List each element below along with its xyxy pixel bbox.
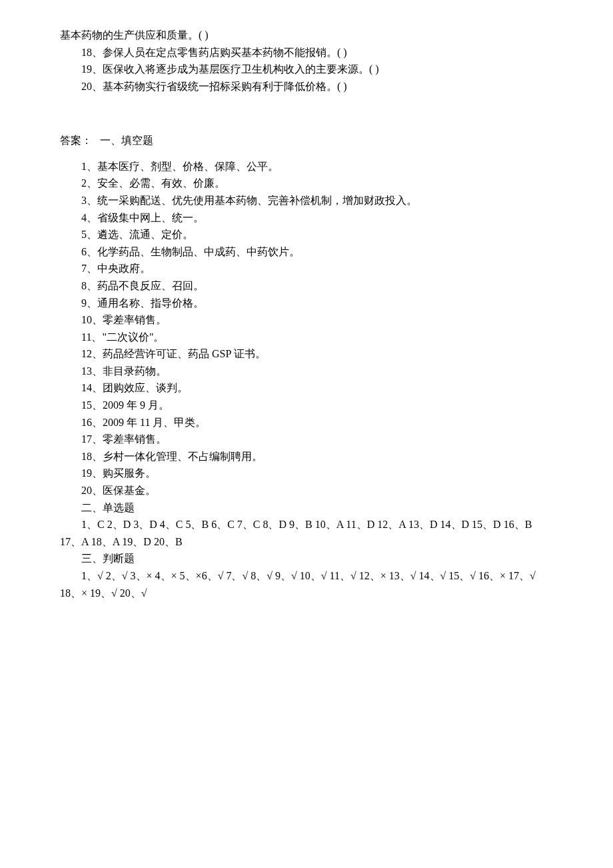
judge-answers-line2: 18、× 19、√ 20、√ [60, 585, 553, 602]
fill-answer-14: 14、团购效应、谈判。 [60, 379, 553, 397]
fill-answer-10: 10、零差率销售。 [60, 311, 553, 329]
fill-answer-12: 12、药品经营许可证、药品 GSP 证书。 [60, 345, 553, 363]
single-choice-answers-line1: 1、C 2、D 3、D 4、C 5、B 6、C 7、C 8、D 9、B 10、A… [60, 516, 553, 533]
document-page: 基本药物的生产供应和质量。( ) 18、参保人员在定点零售药店购买基本药物不能报… [0, 0, 613, 868]
fill-answer-13: 13、非目录药物。 [60, 363, 553, 380]
fill-answer-17: 17、零差率销售。 [60, 431, 553, 448]
fill-answer-4: 4、省级集中网上、统一。 [60, 209, 553, 227]
fill-answer-20: 20、医保基金。 [60, 482, 553, 499]
question-20: 20、基本药物实行省级统一招标采购有利于降低价格。( ) [60, 78, 553, 95]
single-choice-answers-line2: 17、A 18、A 19、D 20、B [60, 533, 553, 551]
question-19: 19、医保收入将逐步成为基层医疗卫生机构收入的主要来源。( ) [60, 61, 553, 78]
fill-answer-3: 3、统一采购配送、优先使用基本药物、完善补偿机制，增加财政投入。 [60, 192, 553, 209]
fill-answer-9: 9、通用名称、指导价格。 [60, 295, 553, 312]
fill-answer-5: 5、遴选、流通、定价。 [60, 226, 553, 243]
fill-answer-11: 11、"二次议价"。 [60, 329, 553, 346]
fill-answer-7: 7、中央政府。 [60, 260, 553, 277]
answers-heading: 答案： 一、填空题 [60, 132, 553, 149]
section-3-title: 三、判断题 [60, 550, 553, 567]
judge-answers-line1: 1、√ 2、√ 3、× 4、× 5、×6、√ 7、√ 8、√ 9、√ 10、√ … [60, 567, 553, 585]
fill-answer-19: 19、购买服务。 [60, 465, 553, 482]
answers-label: 答案： [60, 135, 92, 146]
fill-answer-6: 6、化学药品、生物制品、中成药、中药饮片。 [60, 243, 553, 261]
fill-answer-1: 1、基本医疗、剂型、价格、保障、公平。 [60, 158, 553, 175]
fill-answer-8: 8、药品不良反应、召回。 [60, 277, 553, 295]
fill-answer-18: 18、乡村一体化管理、不占编制聘用。 [60, 448, 553, 465]
fill-answer-2: 2、安全、必需、有效、价廉。 [60, 175, 553, 192]
fill-answer-15: 15、2009 年 9 月。 [60, 397, 553, 414]
fill-blank-answers: 1、基本医疗、剂型、价格、保障、公平。 2、安全、必需、有效、价廉。 3、统一采… [60, 158, 553, 499]
question-fragment: 基本药物的生产供应和质量。( ) [60, 27, 553, 44]
question-18: 18、参保人员在定点零售药店购买基本药物不能报销。( ) [60, 44, 553, 61]
section-2-title: 二、单选题 [60, 499, 553, 517]
section-1-title: 一、填空题 [100, 135, 153, 146]
fill-answer-16: 16、2009 年 11 月、甲类。 [60, 414, 553, 431]
